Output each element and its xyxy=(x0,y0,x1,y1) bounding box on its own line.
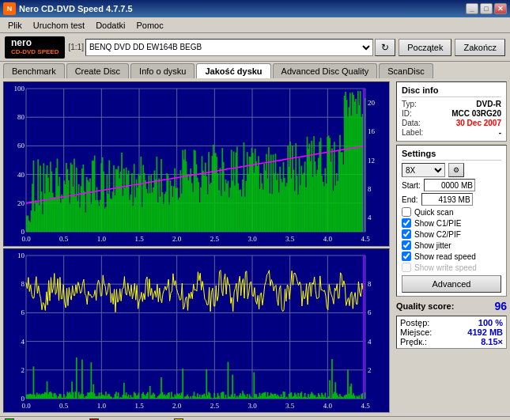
show-c2pif-label: Show C2/PIF xyxy=(414,230,461,239)
end-label: End: xyxy=(402,195,418,204)
show-write-speed-label: Show write speed xyxy=(414,263,477,272)
quick-scan-checkbox[interactable] xyxy=(402,207,411,217)
app-logo: nero CD-DVD SPEED xyxy=(5,36,65,59)
disc-id-value: MCC 03RG20 xyxy=(451,109,501,118)
disc-info-title: Disc info xyxy=(402,85,501,97)
disc-info-panel: Disc info Typ: DVD-R ID: MCC 03RG20 Data… xyxy=(396,81,507,142)
disc-label-label: Label: xyxy=(402,128,423,137)
toolbar: nero CD-DVD SPEED [1:1] BENQ DVD DD EW16… xyxy=(0,33,510,62)
advanced-button[interactable]: Advanced xyxy=(402,275,501,293)
quick-scan-row: Quick scan xyxy=(402,207,501,217)
show-jitter-checkbox[interactable] xyxy=(402,240,411,250)
disc-id-row: ID: MCC 03RG20 xyxy=(402,109,501,118)
tab-advanced-disc[interactable]: Advanced Disc Quality xyxy=(273,63,378,78)
disc-type-label: Typ: xyxy=(402,100,417,108)
disc-date-label: Data: xyxy=(402,119,421,127)
show-read-speed-checkbox[interactable] xyxy=(402,252,411,261)
show-c2pif-checkbox[interactable] xyxy=(402,229,411,239)
show-c1pie-checkbox[interactable] xyxy=(402,218,411,228)
menu-bar: Plik Uruchom test Dodatki Pomoc xyxy=(0,17,510,33)
show-c2pif-row: Show C2/PIF xyxy=(402,229,501,239)
disc-date-row: Data: 30 Dec 2007 xyxy=(402,119,501,127)
start-row: Start: xyxy=(402,179,501,191)
disc-label-value: - xyxy=(499,128,501,137)
speed-select[interactable]: 8X xyxy=(402,163,445,177)
predkosc-row: Prędк.: 8.15× xyxy=(400,337,503,346)
quality-label: Quality score: xyxy=(396,301,454,311)
settings-panel: Settings 8X ⚙ Start: End: Quick scan xyxy=(396,145,507,297)
show-jitter-row: Show jitter xyxy=(402,240,501,250)
disc-label-row: Label: - xyxy=(402,128,501,137)
title-bar: N Nero CD-DVD Speed 4.7.7.5 _ □ ✕ xyxy=(0,0,510,17)
tab-benchmark[interactable]: Benchmark xyxy=(3,63,65,78)
tabs-bar: Benchmark Create Disc Info o dysku Jakoś… xyxy=(0,62,510,78)
miejsce-label: Miejsce: xyxy=(400,327,432,337)
settings-icon-btn[interactable]: ⚙ xyxy=(448,163,464,177)
progress-row: Postęp: 100 % xyxy=(400,318,503,327)
drive-select[interactable]: BENQ DVD DD EW164B BEGB xyxy=(85,39,373,56)
bottom-chart xyxy=(3,248,390,414)
quick-scan-label: Quick scan xyxy=(414,208,453,217)
maximize-button[interactable]: □ xyxy=(480,3,493,14)
end-row: End: xyxy=(402,193,501,206)
tab-create-disc[interactable]: Create Disc xyxy=(66,63,129,78)
predkosc-value: 8.15× xyxy=(481,337,503,346)
show-c1pie-label: Show C1/PIE xyxy=(414,219,461,228)
end-input[interactable] xyxy=(421,193,473,206)
disc-date-value: 30 Dec 2007 xyxy=(456,119,501,127)
start-input[interactable] xyxy=(424,179,475,191)
quality-score: 96 xyxy=(494,300,507,312)
tab-jakosc[interactable]: Jakość dysku xyxy=(196,63,270,78)
show-read-speed-row: Show read speed xyxy=(402,252,501,261)
show-c1pie-row: Show C1/PIE xyxy=(402,218,501,228)
progress-label: Postęp: xyxy=(400,318,429,327)
menu-dodatki[interactable]: Dodatki xyxy=(91,19,130,32)
tab-info[interactable]: Info o dysku xyxy=(130,63,195,78)
show-read-speed-label: Show read speed xyxy=(414,252,476,261)
charts-area xyxy=(0,78,393,416)
disc-type-row: Typ: DVD-R xyxy=(402,100,501,108)
start-button[interactable]: Początek xyxy=(399,39,451,56)
app-icon: N xyxy=(3,2,16,15)
show-write-speed-row: Show write speed xyxy=(402,263,501,272)
miejsce-row: Miejsce: 4192 MB xyxy=(400,327,503,337)
show-jitter-label: Show jitter xyxy=(414,241,451,250)
menu-pomoc[interactable]: Pomoc xyxy=(131,19,168,32)
miejsce-value: 4192 MB xyxy=(467,327,503,337)
speed-row: 8X ⚙ xyxy=(402,163,501,177)
window-title: Nero CD-DVD Speed 4.7.7.5 xyxy=(19,4,133,13)
drive-label: [1:1] xyxy=(68,43,83,51)
tab-scandisc[interactable]: ScanDisc xyxy=(379,63,433,78)
disc-id-label: ID: xyxy=(402,109,412,118)
start-label: Start: xyxy=(402,181,421,190)
progress-value: 100 % xyxy=(478,318,503,327)
disc-type-value: DVD-R xyxy=(476,100,501,108)
quality-section: Quality score: 96 xyxy=(396,300,507,312)
bottom-right-panel: Postęp: 100 % Miejsce: 4192 MB Prędк.: 8… xyxy=(396,316,507,349)
show-write-speed-checkbox xyxy=(402,263,411,272)
bottom-stats: PI Errors Średnio: 24.71 Maksimum: 60 Ca… xyxy=(0,416,510,420)
menu-uruchom[interactable]: Uruchom test xyxy=(28,19,89,32)
menu-plik[interactable]: Plik xyxy=(3,19,27,32)
settings-title: Settings xyxy=(402,149,501,161)
stop-button[interactable]: Zakończ xyxy=(455,39,505,56)
top-chart xyxy=(3,81,390,247)
close-button[interactable]: ✕ xyxy=(494,3,507,14)
predkosc-label: Prędк.: xyxy=(400,337,427,346)
main-content: Disc info Typ: DVD-R ID: MCC 03RG20 Data… xyxy=(0,78,510,416)
right-panel: Disc info Typ: DVD-R ID: MCC 03RG20 Data… xyxy=(393,78,510,416)
refresh-button[interactable]: ↻ xyxy=(375,39,395,56)
minimize-button[interactable]: _ xyxy=(466,3,478,14)
